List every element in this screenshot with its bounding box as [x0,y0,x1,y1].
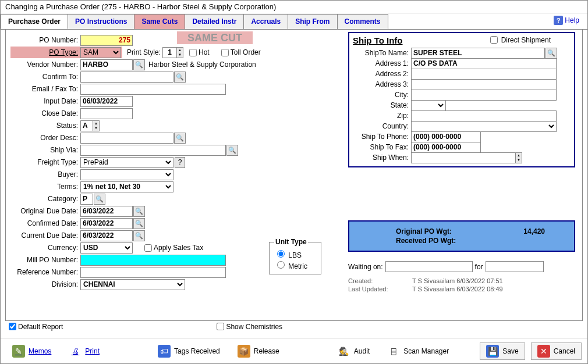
print-button[interactable]: 🖨Print [63,342,105,360]
freight-help-button[interactable]: ? [175,157,185,168]
help-link[interactable]: ? Help [554,16,579,25]
orig-due-input[interactable] [80,206,133,217]
tab-detailed-instr[interactable]: Detailed Instr [185,14,244,29]
toll-order-label: Toll Order [231,48,261,56]
ship-when-spinner[interactable]: ▲▼ [515,152,522,163]
printer-icon: 🖨 [69,345,82,358]
hot-label: Hot [199,48,210,56]
unit-type-metric-radio[interactable] [277,261,285,269]
search-icon: 🔍 [176,134,184,142]
ship-via-input[interactable] [80,145,226,156]
email-fax-input[interactable] [80,84,226,95]
hot-checkbox[interactable] [189,49,197,56]
conf-date-cal-button[interactable]: 🔍 [133,218,145,229]
weight-panel: Original PO Wgt:14,420 Received PO Wgt: [348,220,575,252]
confirm-to-input[interactable] [80,72,173,83]
print-style-spinner[interactable]: ▲▼ [176,47,183,58]
scanner-icon: ⌸ [387,345,400,358]
status-input[interactable] [80,120,93,131]
ship-via-search-button[interactable]: 🔍 [226,145,238,156]
order-desc-input[interactable] [80,133,173,144]
addr3-input[interactable] [411,79,557,90]
division-select[interactable]: CHENNAI [80,279,185,290]
waiting-input[interactable] [385,261,473,272]
apply-tax-checkbox[interactable] [144,244,152,252]
curr-due-cal-button[interactable]: 🔍 [133,230,145,241]
terms-label: Terms: [10,183,80,191]
currency-select[interactable]: USD [80,242,133,254]
buyer-select[interactable] [80,169,173,180]
vendor-number-input[interactable] [80,59,133,70]
search-icon: 🔍 [135,220,143,227]
tags-received-button[interactable]: 🏷Tags Received [152,342,226,360]
status-spinner[interactable]: ▲▼ [93,120,100,131]
vendor-search-button[interactable]: 🔍 [133,59,145,70]
memos-button[interactable]: ✎Memos [6,342,57,360]
updated-value: T S Sivasailam 6/03/2022 08:49 [412,286,503,292]
currency-label: Currency: [10,244,80,252]
addr2-input[interactable] [411,69,557,80]
tags-label: Tags Received [174,347,220,355]
tab-ship-from[interactable]: Ship From [288,14,337,29]
fax-input[interactable] [411,142,481,153]
phone-input[interactable] [411,131,481,142]
freight-type-select[interactable]: PrePaid [80,157,173,168]
shipto-search-button[interactable]: 🔍 [546,48,557,59]
search-icon: 🔍 [135,61,143,69]
confirm-to-search-button[interactable]: 🔍 [174,72,186,83]
tab-accruals[interactable]: Accruals [243,14,288,29]
search-icon: 🔍 [228,147,236,154]
cancel-button[interactable]: ✕Cancel [531,342,582,360]
release-button[interactable]: 📦Release [232,342,285,360]
state-select[interactable] [411,100,446,111]
mill-po-input[interactable] [80,255,226,266]
save-label: Save [502,347,518,355]
unit-type-lbs-radio[interactable] [277,250,285,258]
ref-num-input[interactable] [80,267,226,278]
orig-due-cal-button[interactable]: 🔍 [133,206,145,217]
bottom-options: Default Report Show Chemistries [6,319,582,334]
print-style-input[interactable] [162,47,177,58]
order-desc-label: Order Desc: [10,134,80,142]
confirm-to-label: Confirm To: [10,73,80,81]
order-desc-search-button[interactable]: 🔍 [174,133,186,144]
tab-same-cuts[interactable]: Same Cuts [134,14,185,29]
save-button[interactable]: 💾Save [480,342,525,360]
tab-purchase-order[interactable]: Purchase Order [1,14,68,29]
waiting-for-input[interactable] [486,261,544,272]
zip-label: Zip: [353,112,411,120]
default-report-checkbox[interactable] [9,323,16,330]
window-title: Changing a Purchase Order (275 - HARBO -… [1,1,587,13]
audit-label: Audit [354,347,370,355]
cancel-icon: ✕ [537,345,550,358]
scan-manager-button[interactable]: ⌸Scan Manager [381,342,455,360]
ref-num-label: Reference Number: [10,268,80,276]
tab-po-instructions[interactable]: PO Instructions [68,14,134,29]
show-chem-checkbox[interactable] [217,323,224,330]
terms-select[interactable]: 1% net 10, Net 30 [80,181,173,192]
input-date-input[interactable] [80,96,133,107]
close-date-label: Close Date: [10,109,80,117]
shipto-name-input[interactable] [411,48,545,59]
po-number-input[interactable] [80,35,133,46]
addr1-input[interactable] [411,58,557,69]
category-search-button[interactable]: 🔍 [94,194,105,205]
ship-when-input[interactable] [411,152,516,163]
zip-input[interactable] [411,110,557,122]
country-select[interactable] [411,121,557,132]
category-input[interactable] [80,194,93,205]
city-input[interactable] [411,90,557,101]
close-date-input[interactable] [80,108,133,119]
curr-due-input[interactable] [80,230,133,241]
po-type-label: PO Type: [10,48,80,56]
toolbar: ✎Memos 🖨Print 🏷Tags Received 📦Release 🕵️… [1,338,587,363]
direct-shipment-checkbox[interactable] [490,36,498,44]
toll-order-checkbox[interactable] [221,49,229,56]
search-icon: 🔍 [547,49,555,57]
tab-bar: Purchase Order PO Instructions Same Cuts… [1,13,587,30]
mill-po-label: Mill PO Number: [10,256,80,264]
audit-button[interactable]: 🕵️Audit [332,342,376,360]
tab-comments[interactable]: Comments [337,14,388,29]
conf-date-input[interactable] [80,218,133,229]
po-type-select[interactable]: SAM [80,47,121,58]
